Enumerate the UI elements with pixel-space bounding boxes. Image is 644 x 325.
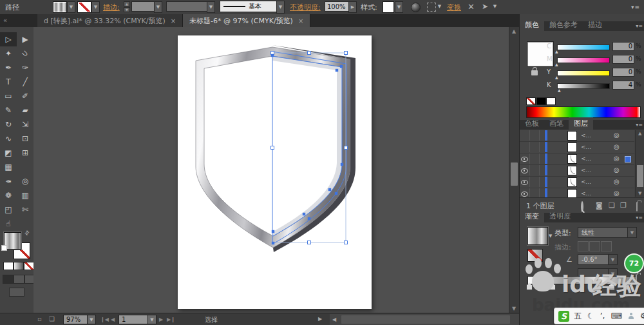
stroke-weight-stepper[interactable]: ▲▼	[124, 1, 130, 12]
clipping-mask-icon[interactable]: ◙	[596, 201, 603, 210]
target-icon[interactable]: ◎	[614, 155, 620, 162]
channel-value-input[interactable]: 0	[612, 68, 634, 77]
canvas-vertical-scrollbar[interactable]: ▲ ▼	[509, 27, 520, 313]
rectangle-tool[interactable]: ▭	[0, 89, 17, 103]
input-method-bar[interactable]: S 五☾’,⌨⚙	[554, 308, 644, 324]
control-bar-menu-icon[interactable]: ▾≡	[631, 4, 640, 10]
rotate-tool[interactable]: ↻	[0, 117, 17, 132]
artboard-tool[interactable]: ◰	[0, 202, 17, 217]
document-tab[interactable]: d [转换].ai* @ 33.32% (CMYK/预览) ×	[37, 14, 183, 27]
export-icon[interactable]: ❏	[49, 315, 55, 322]
opacity-panel-link[interactable]: 不透明度:	[290, 3, 321, 12]
gradient-button[interactable]	[14, 262, 24, 270]
next-artboard-icon[interactable]: ▶	[159, 317, 163, 322]
zoom-tool[interactable]	[17, 217, 33, 231]
direct-selection-tool[interactable]: ▷	[0, 32, 17, 46]
color-panel-menu-icon[interactable]: ▾≡	[636, 23, 643, 29]
slider-thumb-icon[interactable]: ▲	[555, 49, 558, 54]
channel-slider[interactable]	[557, 83, 610, 89]
gradient-panel-menu-icon[interactable]: ▾≡	[636, 215, 643, 221]
ime-button[interactable]: ⚙	[640, 311, 644, 320]
layer-name[interactable]: <...	[581, 155, 591, 162]
isolate-selection-icon[interactable]: ✕	[468, 2, 475, 12]
canvas-horizontal-scrollbar[interactable]: ◀	[330, 314, 519, 325]
document-tab[interactable]: 未标题-6* @ 97% (CMYK/预览) ×	[183, 14, 310, 27]
panel-tab[interactable]: 颜色	[520, 19, 544, 31]
arrange-arrow-icon[interactable]: ▼	[491, 1, 498, 12]
layer-row[interactable]: <... ◎	[520, 165, 634, 177]
pen-tool[interactable]: ✒	[0, 61, 17, 75]
arrange-icon[interactable]: ➤	[482, 2, 488, 11]
visibility-cell[interactable]	[520, 153, 530, 164]
delete-layer-icon[interactable]	[636, 202, 638, 212]
target-icon[interactable]: ◎	[614, 166, 620, 173]
document-setup-icon[interactable]	[411, 3, 421, 12]
profile-dropdown-arrow-icon[interactable]: ▼	[276, 1, 285, 14]
panel-tab[interactable]: 渐变	[520, 210, 544, 222]
gradient-stroke-swatch[interactable]	[527, 249, 543, 262]
horizontal-scroll-thumb[interactable]	[341, 315, 510, 324]
first-artboard-icon[interactable]: ❙◀	[100, 317, 109, 322]
visibility-cell[interactable]	[520, 130, 530, 141]
visibility-cell[interactable]	[520, 177, 530, 187]
eyedropper-tool[interactable]: ✒	[0, 174, 17, 188]
layers-scroll-down-icon[interactable]: ▼	[638, 191, 641, 196]
gradient-slider[interactable]	[527, 276, 637, 284]
layer-name[interactable]: <...	[581, 132, 591, 139]
target-icon[interactable]: ◎	[614, 190, 620, 197]
panel-tab[interactable]: 画笔	[544, 117, 569, 130]
shape-builder-tool[interactable]: ◩	[0, 146, 17, 160]
draw-behind-mode-button[interactable]	[14, 275, 24, 284]
gradient-type-arrow-icon[interactable]: ▼	[627, 227, 637, 238]
layers-scroll-thumb[interactable]	[637, 165, 643, 187]
style-dropdown-arrow-icon[interactable]: ▼	[395, 1, 403, 13]
lock-cell[interactable]	[529, 130, 540, 141]
blend-tool[interactable]: ◎	[17, 174, 33, 188]
default-fill-stroke-icon[interactable]	[1, 245, 7, 251]
gradient-angle-arrow-icon[interactable]: ▼	[608, 254, 618, 265]
new-sublayer-icon[interactable]: ❏	[609, 201, 615, 210]
gradient-stop[interactable]	[623, 284, 629, 290]
layer-thumbnail[interactable]	[567, 154, 577, 164]
layer-row[interactable]: <... ◎	[520, 153, 634, 165]
channel-slider[interactable]	[557, 44, 610, 50]
eye-icon[interactable]	[521, 157, 528, 162]
color-spectrum-bar[interactable]	[526, 106, 641, 118]
slider-thumb-icon[interactable]: ▲	[558, 88, 561, 92]
paintbrush-tool[interactable]: ✐	[17, 89, 33, 103]
layer-thumbnail[interactable]	[567, 166, 577, 175]
draw-normal-mode-button[interactable]	[3, 275, 14, 284]
layers-scroll-up-icon[interactable]: ▲	[638, 131, 641, 136]
layer-row[interactable]: <... ◎	[520, 130, 634, 142]
hand-tool[interactable]: ☝	[0, 217, 17, 231]
layer-thumbnail[interactable]	[567, 143, 577, 152]
stroke-weight-dropdown-icon[interactable]: ▼	[154, 1, 162, 13]
status-expand-icon[interactable]: ▶	[318, 316, 322, 322]
gradient-tool[interactable]	[17, 160, 33, 174]
channel-value-input[interactable]: 0	[612, 42, 634, 51]
free-transform-tool[interactable]: ⊡	[17, 132, 33, 146]
sogou-logo-icon[interactable]: S	[558, 311, 569, 322]
toolbar-collapse-icon[interactable]: «	[3, 17, 7, 24]
artboard-dropdown-icon[interactable]: ▼	[147, 315, 156, 324]
lock-cell[interactable]	[529, 153, 540, 164]
black-swatch[interactable]	[536, 97, 546, 105]
scroll-left-icon[interactable]: ◀	[332, 317, 336, 322]
select-similar-icon[interactable]	[427, 3, 436, 12]
scale-tool[interactable]: ⇲	[17, 117, 33, 132]
selected-art-indicator[interactable]	[625, 156, 631, 162]
white-swatch[interactable]	[546, 97, 556, 105]
color-button[interactable]	[3, 262, 14, 270]
transform-panel-link[interactable]: 变换	[447, 3, 461, 12]
layer-name[interactable]: <...	[581, 190, 591, 197]
channel-slider[interactable]	[557, 70, 610, 76]
style-swatch[interactable]	[383, 1, 394, 13]
magic-wand-tool[interactable]: ✦	[0, 46, 17, 61]
eye-icon[interactable]	[521, 192, 528, 197]
layer-row[interactable]: <... ◎	[520, 142, 634, 153]
ime-button[interactable]: ☾	[587, 311, 594, 320]
layer-name[interactable]: <...	[581, 167, 591, 173]
visibility-cell[interactable]	[520, 142, 530, 152]
panel-tab[interactable]: 色板	[520, 117, 544, 130]
scroll-down-icon[interactable]: ▼	[512, 306, 516, 311]
